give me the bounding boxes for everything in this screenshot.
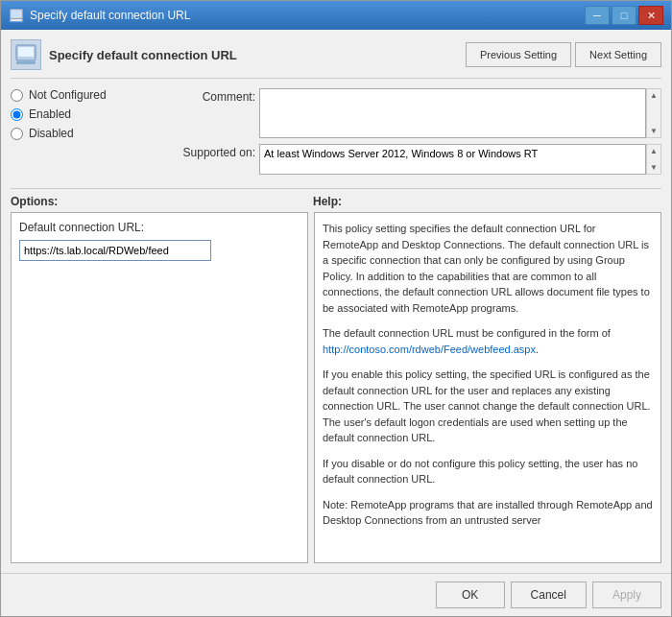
cancel-button[interactable]: Cancel: [511, 581, 587, 608]
title-controls: ─ □ ✕: [585, 6, 663, 25]
comment-scrollbar[interactable]: ▲ ▼: [646, 88, 661, 138]
help-para-3: If you enable this policy setting, the s…: [323, 367, 653, 446]
disabled-radio-item[interactable]: Disabled: [11, 127, 174, 140]
url-input[interactable]: [19, 240, 211, 261]
settings-section: Not Configured Enabled Disabled Comment:: [11, 88, 661, 175]
ok-button[interactable]: OK: [436, 581, 505, 608]
header-title: Specify default connection URL: [49, 48, 237, 62]
window-icon: [9, 8, 24, 23]
title-bar-left: Specify default connection URL: [9, 8, 190, 23]
supported-wrapper: At least Windows Server 2012, Windows 8 …: [259, 144, 661, 175]
supported-row: Supported on: At least Windows Server 20…: [174, 144, 661, 175]
supported-value: At least Windows Server 2012, Windows 8 …: [259, 144, 646, 175]
options-section-label: Options:: [11, 195, 313, 208]
comment-label: Comment:: [174, 88, 255, 104]
main-window: Specify default connection URL ─ □ ✕ Spe…: [0, 0, 672, 617]
enabled-radio-item[interactable]: Enabled: [11, 107, 174, 121]
help-para-4: If you disable or do not configure this …: [323, 456, 653, 487]
close-button[interactable]: ✕: [638, 6, 663, 25]
help-panel: This policy setting specifies the defaul…: [314, 212, 661, 563]
bottom-bar: OK Cancel Apply: [1, 573, 671, 616]
panels-row: Default connection URL: This policy sett…: [11, 212, 661, 563]
supported-scrollbar[interactable]: ▲ ▼: [646, 144, 661, 175]
comment-row: Comment: ▲ ▼: [174, 88, 661, 138]
help-link: http://contoso.com/rdweb/Feed/webfeed.as…: [323, 344, 536, 355]
prev-setting-button[interactable]: Previous Setting: [466, 42, 571, 67]
header-left: Specify default connection URL: [11, 39, 237, 70]
scroll-up-icon: ▲: [648, 89, 660, 102]
nav-buttons: Previous Setting Next Setting: [466, 42, 661, 67]
enabled-radio[interactable]: [11, 108, 23, 121]
scroll-up-icon2: ▲: [648, 145, 660, 157]
top-header: Specify default connection URL Previous …: [11, 39, 661, 79]
title-bar: Specify default connection URL ─ □ ✕: [1, 1, 671, 30]
help-para-2: The default connection URL must be confi…: [323, 325, 653, 357]
disabled-radio[interactable]: [11, 128, 23, 140]
help-section-label: Help:: [313, 195, 661, 208]
comment-textarea[interactable]: [259, 88, 646, 138]
apply-button[interactable]: Apply: [592, 581, 661, 608]
content-area: Specify default connection URL Previous …: [1, 30, 671, 573]
radio-group: Not Configured Enabled Disabled: [11, 88, 174, 175]
maximize-button[interactable]: □: [612, 6, 636, 25]
supported-label: Supported on:: [174, 144, 255, 159]
not-configured-label: Not Configured: [29, 88, 107, 102]
comment-wrapper: ▲ ▼: [259, 88, 661, 138]
divider: [11, 188, 661, 189]
sections-labels-row: Options: Help:: [11, 195, 661, 208]
policy-icon: [11, 39, 41, 70]
window-title: Specify default connection URL: [30, 9, 190, 22]
enabled-label: Enabled: [29, 107, 71, 121]
scroll-down-icon: ▼: [648, 125, 660, 137]
url-field-label: Default connection URL:: [19, 221, 300, 234]
minimize-button[interactable]: ─: [585, 6, 610, 25]
svg-rect-1: [12, 11, 21, 17]
right-section: Comment: ▲ ▼ Supported on: At least Wind…: [174, 88, 661, 175]
next-setting-button[interactable]: Next Setting: [575, 42, 661, 67]
not-configured-radio-item[interactable]: Not Configured: [11, 88, 174, 102]
svg-rect-4: [18, 47, 34, 57]
not-configured-radio[interactable]: [11, 89, 23, 102]
disabled-label: Disabled: [29, 127, 74, 140]
help-para-1: This policy setting specifies the defaul…: [323, 221, 653, 316]
scroll-down-icon2: ▼: [648, 161, 660, 174]
svg-rect-5: [16, 61, 36, 64]
help-para-5: Note: RemoteApp programs that are instal…: [323, 497, 653, 529]
options-panel: Default connection URL:: [11, 212, 308, 563]
svg-rect-2: [11, 19, 22, 21]
